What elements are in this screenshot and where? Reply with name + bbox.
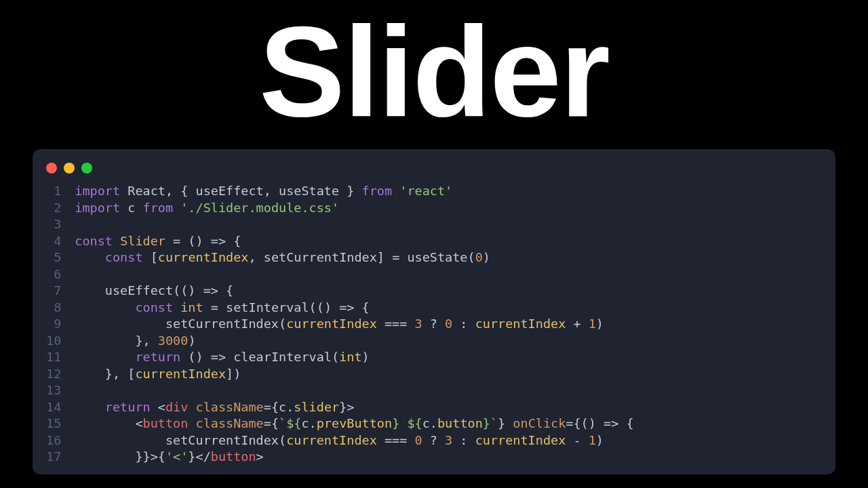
code-line: import React, { useEffect, useState } fr…	[75, 183, 633, 200]
line-number: 1	[46, 183, 61, 200]
line-number: 10	[46, 333, 61, 350]
code-line: useEffect(() => {	[75, 283, 633, 300]
line-number: 16	[46, 432, 61, 449]
code-line: const int = setInterval(() => {	[75, 300, 633, 317]
code-line: const Slider = () => {	[75, 233, 633, 250]
code-line: return <div className={c.slider}>	[75, 399, 633, 416]
code-content[interactable]: import React, { useEffect, useState } fr…	[75, 183, 633, 466]
window-controls	[46, 160, 822, 183]
page-title: Slider	[0, 0, 868, 149]
code-line	[75, 266, 633, 283]
line-number: 6	[46, 266, 61, 283]
line-number: 14	[46, 399, 61, 416]
line-number: 9	[46, 316, 61, 333]
line-number: 12	[46, 366, 61, 383]
code-line: return () => clearInterval(int)	[75, 349, 633, 366]
line-number: 13	[46, 382, 61, 399]
code-line: import c from './Slider.module.css'	[75, 200, 633, 217]
code-line	[75, 216, 633, 233]
code-line: const [currentIndex, setCurrentIndex] = …	[75, 249, 633, 266]
code-editor-window: 1234567891011121314151617 import React, …	[33, 149, 835, 474]
line-number: 5	[46, 249, 61, 266]
line-number: 4	[46, 233, 61, 250]
code-line: <button className={`${c.prevButton} ${c.…	[75, 415, 633, 432]
zoom-icon[interactable]	[81, 163, 92, 174]
line-number: 2	[46, 200, 61, 217]
line-number: 17	[46, 449, 61, 466]
line-number-gutter: 1234567891011121314151617	[46, 183, 75, 466]
code-line: setCurrentIndex(currentIndex === 0 ? 3 :…	[75, 432, 633, 449]
minimize-icon[interactable]	[64, 163, 75, 174]
close-icon[interactable]	[46, 163, 57, 174]
code-line: }, [currentIndex])	[75, 366, 633, 383]
code-line: }}>{'<'}</button>	[75, 449, 633, 466]
line-number: 8	[46, 300, 61, 317]
line-number: 3	[46, 216, 61, 233]
code-line: setCurrentIndex(currentIndex === 3 ? 0 :…	[75, 316, 633, 333]
line-number: 15	[46, 415, 61, 432]
line-number: 11	[46, 349, 61, 366]
code-line: }, 3000)	[75, 333, 633, 350]
code-area: 1234567891011121314151617 import React, …	[46, 183, 822, 466]
code-line	[75, 382, 633, 399]
line-number: 7	[46, 283, 61, 300]
